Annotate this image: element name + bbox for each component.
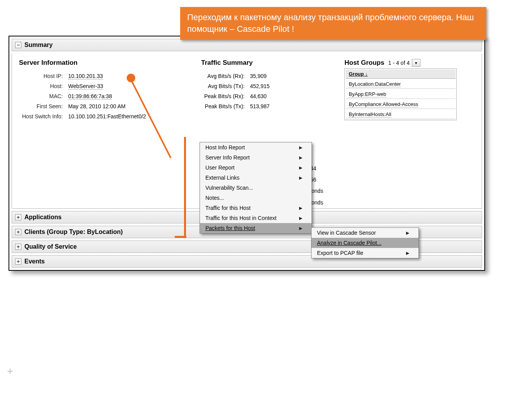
- menu-item-packets-for-host[interactable]: Packets for this Host▶: [200, 223, 312, 233]
- traffic-label-2: Peak Bits/s (Rx):: [202, 92, 247, 101]
- host-group-row[interactable]: ByCompliance:Allowed-Access: [346, 100, 456, 109]
- section-summary-title: Summary: [24, 42, 53, 48]
- submenu-arrow-icon: ▶: [299, 145, 302, 150]
- traffic-value-0: 35,909: [248, 71, 272, 81]
- label-host-ip: Host IP:: [20, 71, 65, 81]
- host-groups-dropdown-button[interactable]: ▾: [412, 59, 420, 67]
- summary-body: Server Information Host IP: 10.100.201.3…: [12, 54, 482, 209]
- traffic-label-0: Avg Bits/s (Rx):: [202, 71, 247, 81]
- server-information-column: Server Information Host IP: 10.100.201.3…: [19, 59, 201, 122]
- menu-item-notes[interactable]: Notes...: [200, 193, 312, 203]
- submenu-arrow-icon: ▶: [406, 251, 409, 256]
- section-qos-title: Quality of Service: [24, 243, 77, 250]
- expand-icon[interactable]: +: [15, 214, 21, 220]
- submenu-arrow-icon: ▶: [299, 165, 302, 170]
- submenu-arrow-icon: ▶: [299, 206, 302, 211]
- host-groups-heading: Host Groups: [344, 59, 384, 67]
- traffic-label-3: Peak Bits/s (Tx):: [202, 102, 247, 111]
- collapse-icon[interactable]: −: [15, 42, 21, 48]
- context-submenu: View in Cascade Sensor▶ Analyze in Casca…: [311, 227, 419, 258]
- annotation-vertical-line: [184, 137, 186, 238]
- annotation-callout: Переходим к пакетному анализу транзакций…: [180, 7, 486, 40]
- traffic-value-1: 452,915: [248, 81, 272, 91]
- traffic-label-1: Avg Bits/s (Tx):: [202, 81, 247, 91]
- traffic-value-3: 513,987: [248, 102, 272, 111]
- label-first-seen: First Seen:: [20, 102, 65, 111]
- submenu-arrow-icon: ▶: [406, 230, 409, 235]
- value-host[interactable]: WebServer-33: [68, 83, 103, 90]
- traffic-value-2: 44,630: [248, 92, 272, 101]
- menu-item-vuln-scan[interactable]: Vulnerability Scan...: [200, 183, 312, 193]
- value-switch: 10.100.100.251:FastEthernet0/2: [68, 113, 146, 119]
- submenu-arrow-icon: ▶: [299, 226, 302, 231]
- submenu-item-analyze-pilot[interactable]: Analyze in Cascade Pilot...: [312, 238, 418, 248]
- chevron-down-icon: ▾: [415, 61, 417, 66]
- footer-plus-mark: +: [7, 365, 13, 377]
- expand-icon[interactable]: +: [15, 229, 21, 235]
- host-group-row[interactable]: ByApp:ERP-web: [346, 90, 456, 99]
- section-clients-title: Clients (Group Type: ByLocation): [24, 229, 123, 235]
- annotation-arrow-cap: [175, 236, 186, 238]
- menu-item-server-info-report[interactable]: Server Info Report▶: [200, 152, 312, 163]
- host-groups-count: 1 - 4 of 4: [388, 60, 410, 66]
- value-host-ip[interactable]: 10.100.201.33: [68, 73, 103, 80]
- submenu-arrow-icon: ▶: [299, 155, 302, 160]
- section-events-title: Events: [24, 258, 45, 265]
- value-mac[interactable]: 01:39:86:66:7a:38: [68, 93, 112, 100]
- section-applications-title: Applications: [24, 214, 62, 221]
- menu-item-traffic-host-context[interactable]: Traffic for this Host in Context▶: [200, 213, 312, 223]
- value-first-seen: May 28, 2010 12:00 AM: [68, 103, 126, 109]
- submenu-arrow-icon: ▶: [299, 175, 302, 180]
- host-groups-column: Host Groups 1 - 4 of 4 ▾ Group ↓ ByLocat…: [344, 59, 475, 120]
- label-mac: MAC:: [20, 92, 65, 101]
- menu-item-external-links[interactable]: External Links▶: [200, 173, 312, 183]
- submenu-item-view-sensor[interactable]: View in Cascade Sensor▶: [312, 228, 418, 238]
- label-host: Host:: [20, 81, 65, 91]
- submenu-arrow-icon: ▶: [299, 216, 302, 221]
- menu-item-user-report[interactable]: User Report▶: [200, 163, 312, 173]
- menu-item-traffic-host[interactable]: Traffic for this Host▶: [200, 203, 312, 213]
- context-menu: Host Info Report▶ Server Info Report▶ Us…: [200, 142, 312, 234]
- host-groups-col-header[interactable]: Group ↓: [346, 69, 456, 79]
- host-groups-table: Group ↓ ByLocation:DataCenter ByApp:ERP-…: [344, 68, 457, 120]
- menu-item-host-info-report[interactable]: Host Info Report▶: [200, 142, 312, 152]
- host-group-row[interactable]: ByLocation:DataCenter: [346, 80, 456, 89]
- label-switch: Host Switch Info:: [20, 112, 65, 121]
- traffic-summary-column: Traffic Summary Avg Bits/s (Rx):35,909 A…: [201, 59, 344, 112]
- expand-icon[interactable]: +: [15, 244, 21, 250]
- section-summary-header[interactable]: − Summary: [12, 39, 482, 51]
- traffic-heading: Traffic Summary: [201, 59, 344, 67]
- host-group-row[interactable]: ByInternalHosts:All: [346, 110, 456, 119]
- server-info-heading: Server Information: [19, 59, 201, 67]
- app-frame: − Summary Server Information Host IP: 10…: [9, 36, 485, 271]
- expand-icon[interactable]: +: [15, 258, 21, 265]
- submenu-item-export-pcap[interactable]: Export to PCAP file▶: [312, 248, 418, 258]
